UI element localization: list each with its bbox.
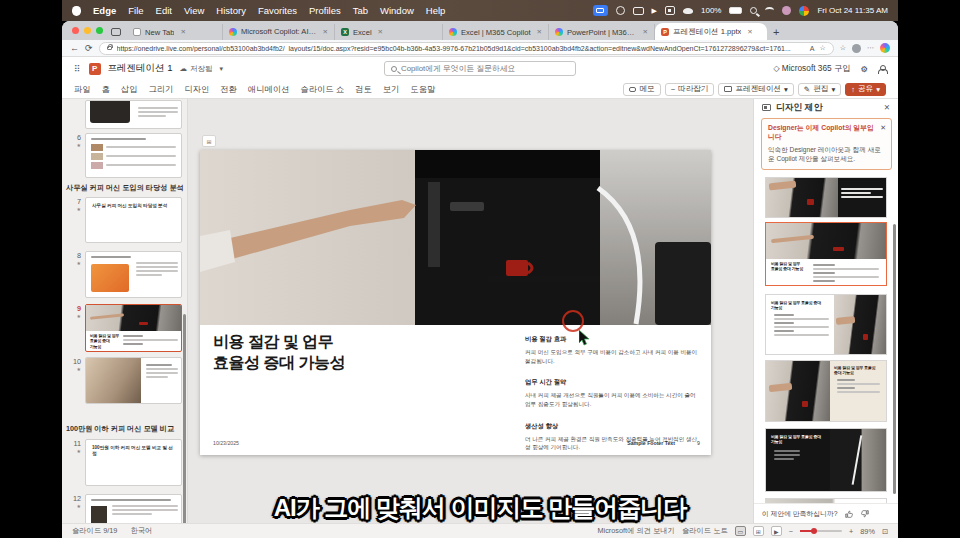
menu-window[interactable]: Window bbox=[380, 5, 414, 16]
share-button[interactable]: ↑ 공유 ▾ bbox=[845, 83, 886, 96]
copilot-icon[interactable] bbox=[880, 43, 890, 53]
thumbnail-slide-10[interactable]: 10★ bbox=[62, 357, 188, 404]
tab-excel[interactable]: X Excel ✕ bbox=[335, 24, 443, 40]
close-tab-icon[interactable]: ✕ bbox=[378, 28, 383, 36]
user-switcher-icon[interactable] bbox=[782, 6, 791, 15]
collections-icon[interactable]: ☆ bbox=[840, 44, 846, 52]
present-button[interactable]: 프레젠테이션 ▾ bbox=[718, 83, 793, 96]
design-suggestion-1[interactable] bbox=[765, 177, 887, 218]
profile-avatar[interactable] bbox=[852, 44, 861, 53]
grid-view-icon[interactable]: ⊞ bbox=[753, 526, 764, 536]
ribbon-tab-animations[interactable]: 애니메이션 bbox=[248, 84, 289, 95]
design-suggestion-2-selected[interactable]: 비용 절감 및 업무 효율성 증대 가능성 bbox=[765, 222, 887, 286]
document-title[interactable]: 프레젠테이션 1 bbox=[108, 62, 173, 75]
new-tab-button[interactable]: + bbox=[773, 26, 779, 38]
layout-button[interactable]: ⊞ bbox=[202, 135, 216, 147]
buy-m365-button[interactable]: ◇ Microsoft 365 구입 bbox=[773, 63, 850, 74]
zoom-slider-handle[interactable] bbox=[811, 528, 817, 534]
ribbon-tab-insert[interactable]: 삽입 bbox=[121, 84, 138, 95]
close-window-button[interactable] bbox=[72, 27, 79, 34]
camera-status-icon[interactable] bbox=[616, 6, 625, 15]
close-tab-icon[interactable]: ✕ bbox=[180, 28, 185, 36]
zoom-slider[interactable] bbox=[800, 530, 842, 532]
close-icon[interactable]: ✕ bbox=[884, 103, 890, 112]
menu-favorites[interactable]: Favorites bbox=[258, 5, 297, 16]
account-icon[interactable] bbox=[878, 65, 886, 73]
zoom-in-icon[interactable]: + bbox=[849, 527, 853, 536]
minimize-window-button[interactable] bbox=[84, 27, 91, 34]
powerpoint-app-icon[interactable]: P bbox=[89, 63, 101, 75]
close-tab-icon[interactable]: ✕ bbox=[537, 28, 542, 36]
back-icon[interactable]: ← bbox=[70, 43, 79, 53]
stage-manager-icon[interactable] bbox=[665, 6, 675, 15]
slide-notes-toggle[interactable]: 슬라이드 노트 bbox=[682, 526, 728, 536]
catch-up-button[interactable]: ~ 따라잡기 bbox=[665, 83, 715, 96]
ribbon-tab-help[interactable]: 도움말 bbox=[410, 84, 435, 95]
thumbnail-slide-8[interactable]: 8★ bbox=[62, 251, 188, 298]
slide-counter[interactable]: 슬라이드 9/19 bbox=[72, 526, 117, 536]
tab-copilot[interactable]: Microsoft Copilot: AI 컴패니언 ✕ bbox=[223, 24, 335, 40]
ribbon-tab-view[interactable]: 보기 bbox=[383, 84, 400, 95]
close-tab-icon[interactable]: ✕ bbox=[747, 28, 752, 36]
menubar-clock[interactable]: Fri Oct 24 11:35 AM bbox=[817, 6, 888, 15]
language-status[interactable]: 한국어 bbox=[130, 526, 152, 536]
waffle-icon[interactable]: ⠿ bbox=[74, 64, 82, 74]
menu-tab[interactable]: Tab bbox=[353, 5, 368, 16]
menubar-app-name[interactable]: Edge bbox=[93, 5, 116, 16]
notes-view-icon[interactable]: ▭ bbox=[735, 526, 746, 536]
url-text[interactable]: https://onedrive.live.com/personal/cb531… bbox=[117, 45, 805, 52]
tab-excel-m365[interactable]: Excel | M365 Copilot ✕ bbox=[443, 24, 549, 40]
thumbnail-slide-6[interactable]: 6★ bbox=[62, 133, 188, 178]
wifi-icon[interactable] bbox=[765, 7, 774, 14]
browser-assistant-icon[interactable] bbox=[799, 6, 809, 16]
favorite-star-icon[interactable]: ☆ bbox=[819, 44, 825, 52]
ribbon-tab-file[interactable]: 파일 bbox=[74, 84, 91, 95]
comments-button[interactable]: 메모 bbox=[623, 83, 660, 96]
send-feedback-link[interactable]: Microsoft에 의견 보내기 bbox=[597, 526, 674, 536]
current-slide[interactable]: 비용 절감 및 업무 효율성 증대 가능성 비용 절감 효과 커피 머신 도입으… bbox=[200, 150, 711, 455]
close-tab-icon[interactable]: ✕ bbox=[643, 28, 648, 36]
zoom-out-icon[interactable]: − bbox=[789, 527, 793, 536]
tab-powerpoint-m365[interactable]: PowerPoint | M365 Copilot ✕ bbox=[549, 24, 655, 40]
play-status-icon[interactable]: ▶ bbox=[652, 7, 657, 15]
slideshow-view-icon[interactable]: ▶ bbox=[771, 526, 782, 536]
address-bar[interactable]: https://onedrive.live.com/personal/cb531… bbox=[99, 42, 834, 55]
screen-recording-icon[interactable] bbox=[593, 5, 608, 16]
menu-edit[interactable]: Edit bbox=[156, 5, 172, 16]
ribbon-tab-slideshow[interactable]: 슬라이드 쇼 bbox=[300, 84, 344, 95]
menu-history[interactable]: History bbox=[216, 5, 246, 16]
zoom-level[interactable]: 89% bbox=[860, 527, 875, 536]
thumbnail-slide-11[interactable]: 11★ 100만원 이하 커피 머신 모델 비교 및 선정 bbox=[62, 439, 188, 486]
ribbon-tab-transitions[interactable]: 전환 bbox=[220, 84, 237, 95]
tab-new-tab[interactable]: New Tab ✕ bbox=[127, 24, 223, 40]
chevron-down-icon[interactable]: ▾ bbox=[220, 65, 224, 73]
design-suggestion-5[interactable]: 비용 절감 및 업무 효율성 증대 가능성 bbox=[765, 428, 887, 492]
workspaces-icon[interactable] bbox=[111, 28, 121, 36]
save-status[interactable]: ☁ 저장됨 bbox=[180, 64, 213, 74]
zoom-window-button[interactable] bbox=[96, 27, 103, 34]
close-icon[interactable]: ✕ bbox=[880, 124, 886, 132]
design-suggestion-4[interactable]: 비용 절감 및 업무 효율성 증대 가능성 bbox=[765, 360, 887, 422]
design-suggestion-3[interactable]: 비용 절감 및 업무 효율성 증대 가능성 bbox=[765, 294, 887, 355]
ribbon-tab-review[interactable]: 검토 bbox=[355, 84, 372, 95]
gear-icon[interactable]: ⚙ bbox=[861, 64, 868, 74]
ribbon-tab-draw[interactable]: 그리기 bbox=[148, 84, 173, 95]
menu-profiles[interactable]: Profiles bbox=[309, 5, 341, 16]
read-aloud-icon[interactable]: A bbox=[810, 45, 815, 52]
thumbnail-slide-5-partial[interactable] bbox=[62, 100, 188, 129]
display-icon[interactable] bbox=[633, 7, 644, 15]
fit-to-window-icon[interactable]: ⊡ bbox=[882, 527, 888, 536]
close-tab-icon[interactable]: ✕ bbox=[323, 28, 328, 36]
designer-scrollbar[interactable] bbox=[893, 224, 896, 494]
editing-mode-button[interactable]: ✎ 편집 ▾ bbox=[798, 83, 841, 96]
menu-file[interactable]: File bbox=[128, 5, 143, 16]
apple-icon[interactable] bbox=[72, 6, 81, 16]
copilot-search-input[interactable] bbox=[401, 64, 569, 73]
thumbnail-slide-9-selected[interactable]: 9★ 비용 절감 및 업무 효율성 증대 가능성 bbox=[62, 304, 188, 352]
refresh-icon[interactable]: ⟳ bbox=[85, 43, 93, 53]
menu-view[interactable]: View bbox=[184, 5, 204, 16]
thumbnail-slide-7[interactable]: 7★ 사무실 커피 머신 도입의 타당성 분석 bbox=[62, 197, 188, 243]
private-mask-icon[interactable] bbox=[683, 8, 693, 14]
copilot-search-box[interactable] bbox=[384, 61, 576, 76]
spotlight-search-icon[interactable] bbox=[750, 7, 757, 14]
